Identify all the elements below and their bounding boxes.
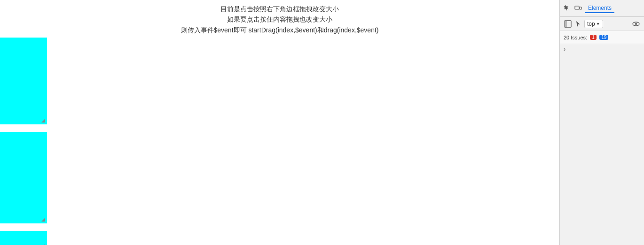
chevron-row: › [560,44,644,54]
issues-label: 20 Issues: [564,35,587,40]
box-separator-1 [0,124,47,128]
instruction-line3: 则传入事件$event即可 startDrag(index,$event)和dr… [0,25,559,35]
issues-blue-badge[interactable]: 19 [599,35,608,40]
context-dropdown[interactable]: top ▼ [584,20,603,28]
issues-bar: 20 Issues: 1 19 [560,31,644,44]
inspect-icon[interactable] [563,4,571,13]
cyan-box-1[interactable] [0,38,47,124]
dropdown-arrow-icon: ▼ [596,22,600,26]
instructions-block: 目前是点击按照右下角边框拖拽改变大小 如果要点击按住内容拖拽也改变大小 则传入事… [0,0,559,35]
box-separator-2 [0,223,47,227]
svg-rect-0 [575,6,579,9]
context-selector: top ▼ [560,17,644,31]
svg-rect-1 [580,7,581,9]
svg-rect-3 [565,21,567,27]
blue-badge-count: 19 [599,35,608,40]
instruction-line2: 如果要点击按住内容拖拽也改变大小 [0,14,559,24]
resizable-box-2[interactable] [0,128,47,223]
resizable-box-1[interactable] [0,38,47,124]
issues-red-badge[interactable]: 1 [590,35,597,40]
resize-handle-1[interactable] [41,119,46,123]
chevron-right-icon[interactable]: › [564,46,565,53]
context-value: top [587,21,595,27]
main-content: 目前是点击按照右下角边框拖拽改变大小 如果要点击按住内容拖拽也改变大小 则传入事… [0,0,559,245]
devtools-tabs: Elements [585,4,641,13]
cyan-box-3[interactable] [0,231,47,245]
resizable-box-3[interactable] [0,227,47,245]
devtools-toolbar: Elements [560,0,644,17]
panel-toggle-icon[interactable] [564,20,572,28]
svg-point-5 [635,23,637,25]
red-badge-count: 1 [590,35,597,40]
tab-elements[interactable]: Elements [585,4,614,13]
instruction-line1: 目前是点击按照右下角边框拖拽改变大小 [0,4,559,14]
resize-handle-2[interactable] [41,218,46,222]
cyan-box-2[interactable] [0,132,47,223]
eye-icon[interactable] [632,20,640,28]
boxes-area [0,38,47,245]
device-toolbar-icon[interactable] [574,4,582,13]
cursor-icon[interactable] [574,20,582,28]
devtools-panel: Elements top ▼ [559,0,644,245]
